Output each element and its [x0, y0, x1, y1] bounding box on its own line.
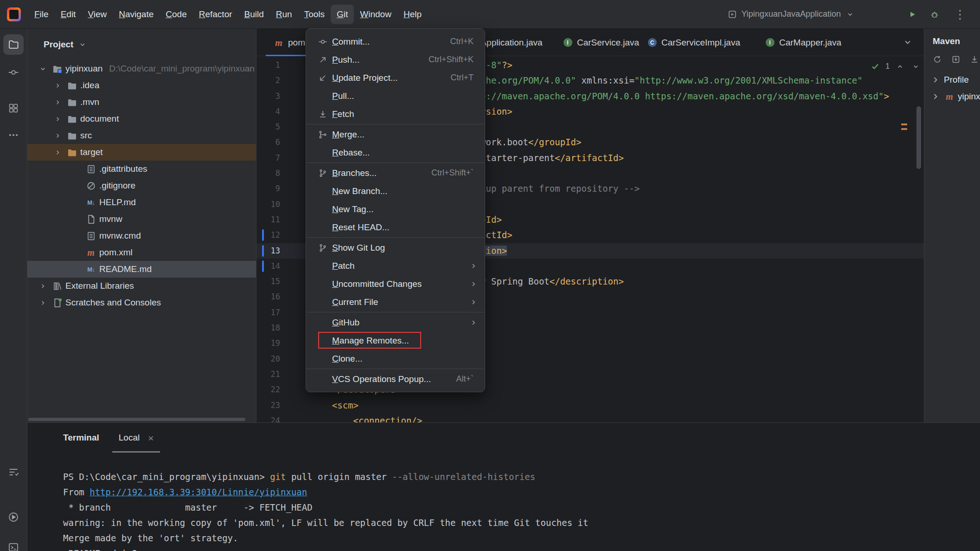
- interface-icon: I: [764, 37, 775, 48]
- git-menu-item-fetch[interactable]: Fetch: [306, 105, 485, 123]
- tree-item-help-md[interactable]: M↓HELP.md: [27, 194, 256, 211]
- menu-code[interactable]: Code: [160, 5, 192, 24]
- tree-item-label: document: [80, 114, 119, 124]
- terminal-tab-label: Local: [119, 433, 140, 443]
- toolwindow-button-todo[interactable]: [3, 462, 24, 482]
- tree-item-pom-xml[interactable]: mpom.xml: [27, 244, 256, 261]
- terminal-output[interactable]: PS D:\Code\car_mini_program\yipinxuan> g…: [27, 453, 980, 551]
- git-menu-item-pull[interactable]: Pull...: [306, 87, 485, 105]
- editor-scrollbar[interactable]: [916, 106, 921, 169]
- menu-git[interactable]: Git: [331, 5, 354, 24]
- git-menu-item-patch[interactable]: Patch: [306, 257, 485, 275]
- toolwindow-button-services[interactable]: [3, 507, 24, 527]
- menu-item-label: Rebase...: [332, 148, 370, 158]
- tree-item-external-libraries[interactable]: External Libraries: [27, 278, 256, 294]
- git-menu-item-new-tag[interactable]: New Tag...: [306, 200, 485, 218]
- tree-item-src[interactable]: src: [27, 127, 256, 144]
- package-icon[interactable]: [950, 54, 961, 65]
- maven-item-yipinx[interactable]: myipinx: [924, 88, 980, 105]
- maven-item-profile[interactable]: Profile: [924, 71, 980, 88]
- project-tree: yipinxuanD:\Code\car_mini_program\yipinx…: [27, 60, 256, 311]
- terminal-token: From: [63, 487, 90, 497]
- menu-view[interactable]: View: [82, 5, 113, 24]
- menu-help[interactable]: Help: [397, 5, 428, 24]
- menu-file[interactable]: File: [28, 5, 55, 24]
- terminal-token: http://192.168.3.39:3010/Linnie/yipinxua…: [90, 487, 307, 497]
- markdown-icon: M↓: [85, 264, 96, 275]
- toolwindow-button-project[interactable]: [3, 34, 24, 55]
- git-menu-item-new-branch[interactable]: New Branch...: [306, 182, 485, 200]
- refresh-icon[interactable]: [932, 54, 943, 65]
- chevron-right-icon: [37, 280, 49, 292]
- git-menu-item-commit[interactable]: Commit...Ctrl+K: [306, 32, 485, 51]
- project-panel-title[interactable]: Project: [44, 39, 73, 50]
- git-menu-item-update-project[interactable]: Update Project...Ctrl+T: [306, 69, 485, 87]
- menu-window[interactable]: Window: [354, 5, 397, 24]
- tree-item-scratches-and-consoles[interactable]: Scratches and Consoles: [27, 294, 256, 311]
- git-menu-item-github[interactable]: GitHub: [306, 313, 485, 331]
- git-menu-item-manage-remotes[interactable]: Manage Remotes...: [306, 331, 485, 350]
- tree-item-target[interactable]: target: [27, 144, 256, 161]
- terminal-tab-local[interactable]: Local ×: [112, 423, 160, 453]
- menu-refactor[interactable]: Refactor: [193, 5, 238, 24]
- terminal-line: PS D:\Code\car_mini_program\yipinxuan> g…: [63, 469, 980, 485]
- tree-item-idea[interactable]: .idea: [27, 77, 256, 94]
- menu-run[interactable]: Run: [270, 5, 298, 24]
- editor-gutter: 123456789101112131415161718192021222324: [256, 56, 301, 422]
- menu-separator: [306, 369, 485, 369]
- inspection-widget[interactable]: 1: [870, 60, 921, 73]
- git-menu-item-reset-head[interactable]: Reset HEAD...: [306, 218, 485, 236]
- git-menu-item-branches[interactable]: Branches...Ctrl+Shift+`: [306, 164, 485, 182]
- git-menu-item-merge[interactable]: Merge...: [306, 125, 485, 143]
- tree-item-yipinxuan[interactable]: yipinxuanD:\Code\car_mini_program\yipinx…: [27, 60, 256, 77]
- menu-tools[interactable]: Tools: [298, 5, 331, 24]
- editor-tab-carmapper-java[interactable]: ICarMapper.java: [757, 29, 849, 56]
- intellij-logo-icon: [7, 7, 21, 21]
- branch-icon: [317, 243, 328, 253]
- tree-item-readme-md[interactable]: M↓README.md: [27, 261, 256, 278]
- maven-item-label: yipinx: [958, 91, 980, 102]
- code-token: </groupId>: [528, 137, 581, 147]
- tree-item-mvnw[interactable]: mvnw: [27, 211, 256, 227]
- menu-build[interactable]: Build: [238, 5, 270, 24]
- terminal-token: * branch master -> FETCH_HEAD: [63, 502, 313, 512]
- debug-button[interactable]: [929, 9, 940, 20]
- git-menu-item-clone[interactable]: Clone...: [306, 350, 485, 368]
- git-menu-item-push[interactable]: Push...Ctrl+Shift+K: [306, 51, 485, 69]
- git-menu-item-rebase[interactable]: Rebase...: [306, 143, 485, 162]
- run-button[interactable]: [907, 9, 918, 20]
- git-menu-item-vcs-operations-popup[interactable]: VCS Operations Popup...Alt+`: [306, 370, 485, 388]
- tree-item-mvnw-cmd[interactable]: mvnw.cmd: [27, 227, 256, 244]
- hidden-tabs-chevron-icon[interactable]: [902, 37, 913, 48]
- project-hscrollbar[interactable]: [28, 418, 245, 421]
- file-icon: [85, 214, 96, 225]
- editor-tab-carserviceimpl-java[interactable]: CCarServiceImpl.java: [639, 29, 748, 56]
- menu-item-label: New Tag...: [332, 204, 373, 214]
- download-icon[interactable]: [969, 54, 980, 65]
- chevron-down-icon[interactable]: [910, 61, 921, 72]
- chevron-up-icon[interactable]: [894, 61, 905, 72]
- menu-edit[interactable]: Edit: [55, 5, 82, 24]
- toolwindow-button-terminal[interactable]: [3, 537, 24, 551]
- gutter-line: 13: [256, 243, 301, 259]
- close-icon[interactable]: ×: [148, 433, 154, 443]
- toolwindow-button-structure[interactable]: [3, 98, 24, 118]
- run-config-icon: [727, 9, 738, 20]
- tree-item-mvn[interactable]: .mvn: [27, 94, 256, 110]
- run-config-selector[interactable]: YipingxuanJavaApplication: [727, 9, 856, 20]
- git-menu-item-show-git-log[interactable]: Show Git Log: [306, 239, 485, 257]
- tree-item-gitignore[interactable]: .gitignore: [27, 177, 256, 194]
- tree-item-gitattributes[interactable]: .gitattributes: [27, 161, 256, 177]
- more-h-icon: [7, 129, 20, 142]
- scratches-icon: [51, 297, 63, 308]
- menu-item-label: Push...: [332, 55, 359, 65]
- more-actions-icon[interactable]: ⋮: [951, 8, 969, 20]
- editor-tab-carservice-java[interactable]: ICarService.java: [555, 29, 647, 56]
- tree-item-document[interactable]: document: [27, 110, 256, 127]
- toolwindow-button-more-tool-windows[interactable]: [3, 125, 24, 145]
- toolwindow-button-commit[interactable]: [3, 62, 24, 83]
- git-menu-item-uncommitted-changes[interactable]: Uncommitted Changes: [306, 275, 485, 293]
- menu-navigate[interactable]: Navigate: [113, 5, 160, 24]
- git-menu-item-current-file[interactable]: Current File: [306, 293, 485, 311]
- project-header-chevron-icon[interactable]: [77, 39, 88, 50]
